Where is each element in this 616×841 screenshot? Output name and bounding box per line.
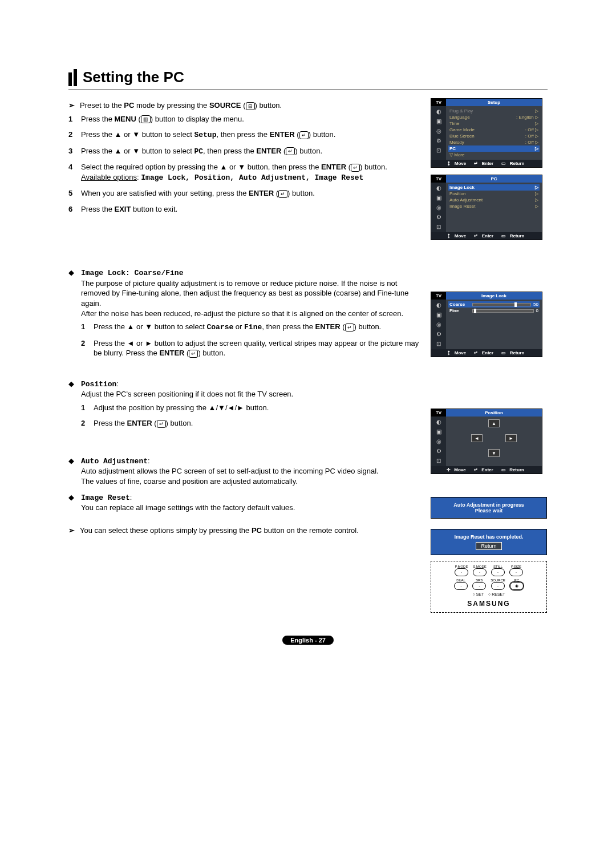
bullet-icon: ◆ <box>68 492 81 513</box>
remote-dual-button[interactable]: DUAL· <box>454 579 468 590</box>
osd-title: Setup <box>446 99 542 106</box>
slider-row[interactable]: Fine0 <box>448 308 540 314</box>
enter-button-icon: ↵ <box>278 190 287 198</box>
enter-button-icon: ↵ <box>345 324 354 331</box>
sound-icon: ▣ <box>436 118 441 124</box>
slider-row[interactable]: Coarse50 <box>448 301 540 308</box>
osd-row[interactable]: Image Reset▷ <box>448 203 540 209</box>
menu-button-icon: ▥ <box>141 115 151 123</box>
pc-button-tip: You can select these options simply by p… <box>80 525 359 536</box>
step-num: 1 <box>68 114 81 124</box>
osd-row[interactable]: PC ▷ <box>448 145 540 152</box>
position-dpad[interactable]: ▲ ◄ ► ▼ <box>448 418 540 457</box>
note-arrow-icon: ➢ <box>68 525 80 536</box>
osd-row[interactable]: Blue Screen: Off ▷ <box>448 133 540 139</box>
pos-right-button[interactable]: ► <box>505 434 517 442</box>
page-number-pill: English - 27 <box>282 636 334 645</box>
osd-row[interactable]: Position▷ <box>448 191 540 197</box>
osd-row[interactable]: Plug & Play ▷ <box>448 108 540 114</box>
bullet-icon: ◆ <box>68 268 81 368</box>
osd-row[interactable]: Language: English ▷ <box>448 114 540 120</box>
image-reset-heading: Image Reset <box>81 494 130 502</box>
auto-adjustment-heading: Auto Adjustment <box>81 457 148 466</box>
step-body: Press the MENU (▥) button to display the… <box>81 114 419 124</box>
position-desc: Adjust the PC's screen positioning if it… <box>81 389 419 399</box>
osd-position-menu[interactable]: TV Position ◐▣◎⚙⊡ ▲ ◄ ► ▼ <box>431 409 542 474</box>
input-icon: ⊡ <box>436 147 441 153</box>
picture-icon: ◐ <box>436 108 441 115</box>
position-heading: Position <box>81 380 116 389</box>
samsung-logo: SAMSUNG <box>433 600 544 608</box>
auto-adjustment-message: Auto Adjustment in progress Please wait <box>431 497 547 519</box>
osd-tv-label: TV <box>431 99 446 106</box>
enter-button-icon: ↵ <box>351 164 360 172</box>
image-reset-desc: You can replace all image settings with … <box>81 503 419 513</box>
remote-pc-button[interactable]: PC◉ <box>510 579 524 590</box>
page-title: Setting the PC <box>83 68 184 86</box>
image-reset-message: Image Reset has completed. Return <box>431 529 547 555</box>
osd-row[interactable]: Game Mode: Off ▷ <box>448 127 540 133</box>
return-button[interactable]: Return <box>476 542 501 550</box>
source-button-icon: ⊟ <box>246 102 255 110</box>
remote-still-button[interactable]: STILL· <box>491 565 505 576</box>
osd-row[interactable]: Auto Adjustment▷ <box>448 197 540 203</box>
remote-control-diagram: P.MODE·S.MODE·STILL·P.SIZE· DUAL·SRS·SOU… <box>431 561 547 613</box>
title-row: Setting the PC <box>68 68 548 90</box>
osd-image-lock-menu[interactable]: TV Image Lock ◐▣◎⚙⊡ Coarse50Fine0 ⭥ Move… <box>431 292 542 357</box>
osd-row[interactable]: Melody: Off ▷ <box>448 139 540 145</box>
osd-sidebar-icons: ◐ ▣ ◎ ⚙ ⊡ <box>431 106 446 160</box>
image-lock-heading: Image Lock: Coarse/Fine <box>81 269 183 277</box>
note-arrow-icon: ➢ <box>68 100 80 111</box>
remote-s.mode-button[interactable]: S.MODE· <box>473 565 487 576</box>
main-content: ➢ Preset to the PC mode by pressing the … <box>68 98 419 613</box>
remote-source-button[interactable]: SOURCE· <box>491 579 505 590</box>
image-lock-desc: The purpose of picture quality adjustmen… <box>81 278 419 318</box>
remote-p.mode-button[interactable]: P.MODE· <box>455 565 468 576</box>
bullet-icon: ◆ <box>68 379 81 439</box>
remote-p.size-button[interactable]: P.SIZE· <box>509 565 523 576</box>
osd-row[interactable]: Time ▷ <box>448 120 540 127</box>
page-footer: English - 27 <box>68 636 548 645</box>
enter-button-icon: ↵ <box>286 147 295 155</box>
bullet-icon: ◆ <box>68 456 81 487</box>
pos-up-button[interactable]: ▲ <box>488 419 500 427</box>
enter-button-icon: ↵ <box>189 350 198 358</box>
osd-column: TV Setup ◐ ▣ ◎ ⚙ ⊡ Plug & Play ▷Language… <box>431 98 548 613</box>
intro-line: Preset to the PC mode by pressing the SO… <box>80 100 282 111</box>
osd-footer: ⭥ Move ↵ Enter ▭ Return <box>431 160 542 167</box>
enter-button-icon: ↵ <box>157 420 166 428</box>
pos-left-button[interactable]: ◄ <box>471 434 483 442</box>
remote-dots: ○ SET ○ RESET <box>433 592 544 596</box>
title-bars-icon <box>68 69 77 86</box>
remote-srs-button[interactable]: SRS· <box>472 579 486 590</box>
enter-button-icon: ↵ <box>299 131 309 139</box>
available-options-label: Available options <box>81 173 137 181</box>
osd-row[interactable]: Image Lock▷ <box>448 184 540 191</box>
auto-adjustment-desc: Auto adjustment allows the PC screen of … <box>81 466 419 486</box>
osd-row[interactable]: ▽ More <box>448 152 540 158</box>
osd-setup-menu[interactable]: TV Setup ◐ ▣ ◎ ⚙ ⊡ Plug & Play ▷Language… <box>431 98 542 168</box>
channel-icon: ◎ <box>436 128 441 134</box>
pos-down-button[interactable]: ▼ <box>488 449 500 457</box>
osd-pc-menu[interactable]: TV PC ◐▣◎⚙⊡ Image Lock▷Position▷Auto Adj… <box>431 175 542 240</box>
main-steps: 1 Press the MENU (▥) button to display t… <box>68 114 419 215</box>
setup-icon: ⚙ <box>436 138 441 144</box>
